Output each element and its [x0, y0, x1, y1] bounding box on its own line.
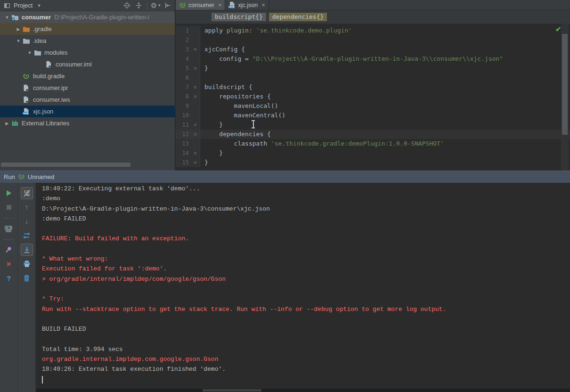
editor-area: consumer×JSONxjc.json× buildscript{}depe…: [176, 0, 570, 171]
tree-item-label: consumer.iml: [56, 61, 92, 68]
fold-marker-icon[interactable]: ⊖: [191, 130, 200, 139]
gradle-icon: [23, 73, 30, 80]
line-number: 3: [176, 45, 191, 54]
scroll-from-source-icon: [123, 2, 130, 9]
editor-scrollbar-thumb[interactable]: [562, 34, 568, 135]
settings-button[interactable]: ⚙▼: [152, 1, 160, 10]
tree-item-consumer.ipr[interactable]: consumer.ipr: [0, 82, 175, 94]
help-button[interactable]: ?: [2, 271, 16, 285]
print-console-button[interactable]: [20, 257, 33, 270]
fold-gutter: [191, 111, 200, 120]
tab-consumer[interactable]: consumer×: [176, 0, 225, 10]
expand-arrow-icon[interactable]: ▶: [14, 27, 23, 32]
collapse-arrow-icon[interactable]: ▼: [3, 15, 11, 20]
project-toolwindow-title[interactable]: Project ▼: [3, 1, 41, 10]
collapse-all-icon: [135, 2, 142, 9]
tab-label: xjc.json: [238, 2, 258, 8]
close-button[interactable]: ×: [2, 257, 16, 270]
stop-button[interactable]: [2, 201, 16, 214]
line-number: 5: [176, 64, 191, 73]
code-text: mavenCentral(): [200, 111, 570, 120]
close-icon[interactable]: ×: [261, 3, 265, 8]
fold-marker-icon[interactable]: ⊖: [191, 92, 200, 101]
code-line-9: 9 mavenLocal(): [176, 101, 570, 111]
fold-marker-icon[interactable]: ⊖: [191, 158, 200, 167]
project-tree: ▼consumerD:\Project\A-Gradle-plugin-writ…: [0, 11, 175, 129]
console-line: * What went wrong:: [42, 255, 570, 265]
console-line: :demo FAILED: [42, 215, 570, 225]
collapse-arrow-icon[interactable]: ▼: [14, 39, 23, 43]
run-console-output[interactable]: 18:49:22: Executing external task 'demo'…: [36, 183, 570, 392]
pin-tab-button[interactable]: [2, 243, 16, 256]
code-line-2: 2: [176, 35, 570, 45]
tab-xjc.json[interactable]: JSONxjc.json×: [225, 0, 269, 10]
console-line: [42, 335, 570, 345]
collapse-all-button[interactable]: [134, 1, 143, 10]
tree-item-.gradle[interactable]: ▶.gradle: [0, 23, 175, 35]
tree-item-modules[interactable]: ▼modules: [0, 47, 175, 58]
expand-arrow-icon[interactable]: ▶: [3, 121, 11, 126]
down-stacktrace-button[interactable]: ↓: [20, 215, 33, 228]
tree-item-path: D:\Project\A-Gradle-plugin-written-i: [54, 14, 149, 21]
line-number: 7: [176, 82, 191, 92]
code-text: xjcConfig {: [200, 45, 570, 54]
console-line: 18:49:26: External task execution finish…: [42, 366, 570, 376]
toggle-text-mode-button[interactable]: ab: [20, 187, 33, 200]
folder-module-icon: [11, 14, 19, 21]
close-icon[interactable]: ×: [218, 3, 222, 8]
console-horizontal-scrollbar[interactable]: [36, 389, 570, 392]
code-editor[interactable]: 1apply plugin: 'se.thinkcode.demo.plugin…: [176, 24, 570, 171]
hide-panel-button[interactable]: [163, 1, 172, 10]
tree-item-consumer.iws[interactable]: consumer.iws: [0, 94, 175, 106]
show-running-list-button[interactable]: [2, 222, 16, 235]
tree-item-external-libraries[interactable]: ▶External Libraries: [0, 117, 175, 129]
run-panel-title: Run: [4, 173, 15, 180]
code-text: repositories {: [200, 92, 570, 101]
up-stacktrace-icon: ↑: [25, 204, 29, 211]
code-line-4: 4 config = "D:\\Project\\A-Gradle-plugin…: [176, 54, 570, 64]
code-line-1: 1apply plugin: 'se.thinkcode.demo.plugin…: [176, 26, 570, 35]
tree-item-.idea[interactable]: ▼.idea: [0, 35, 175, 47]
gradle-icon: [179, 1, 186, 8]
fold-marker-icon[interactable]: ⊖: [191, 82, 200, 92]
code-text: config = "D:\\Project\\A-Gradle-plugin-w…: [200, 54, 570, 64]
run-panel-header: Run Unnamed: [0, 171, 570, 183]
console-line: :demo: [42, 195, 570, 205]
inspection-status-icon[interactable]: ✔: [555, 25, 562, 33]
tree-item-label: consumer.ipr: [33, 84, 68, 91]
up-stacktrace-button[interactable]: ↑: [20, 201, 33, 214]
code-text: [200, 73, 570, 82]
libraries-icon: [11, 120, 18, 127]
tree-item-label: consumer: [22, 14, 51, 21]
fold-marker-icon[interactable]: ⊖: [191, 148, 200, 158]
tree-item-xjc.json[interactable]: JSONxjc.json: [0, 106, 175, 117]
line-number: 13: [176, 139, 191, 148]
fold-marker-icon[interactable]: ⊖: [191, 45, 200, 54]
code-line-14: 14⊖ }: [176, 148, 570, 158]
file-json-icon: JSON: [23, 108, 30, 115]
scroll-to-end-button[interactable]: [20, 243, 33, 256]
clear-all-button[interactable]: [20, 271, 33, 285]
tree-item-consumer[interactable]: ▼consumerD:\Project\A-Gradle-plugin-writ…: [0, 11, 175, 23]
rerun-button[interactable]: [2, 187, 16, 200]
collapse-arrow-icon[interactable]: ▼: [25, 50, 34, 55]
line-number: 15: [176, 158, 191, 167]
scroll-from-source-button[interactable]: [122, 1, 131, 10]
toggle-tasks-mode-button[interactable]: [20, 229, 33, 242]
structure-chip-bar: buildscript{}dependencies{}: [176, 10, 570, 24]
hide-panel-icon: [164, 2, 171, 9]
code-line-3: 3⊖xjcConfig {: [176, 45, 570, 54]
scope-chip-buildscript[interactable]: buildscript{}: [212, 13, 266, 21]
fold-marker-icon[interactable]: ⊖: [191, 120, 200, 130]
tree-item-label: build.gradle: [33, 73, 65, 80]
fold-marker-icon[interactable]: ⊖: [191, 64, 200, 73]
console-line: BUILD FAILED: [42, 326, 570, 335]
console-hscroll-thumb[interactable]: [203, 389, 261, 392]
horizontal-scrollbar-thumb[interactable]: [1, 163, 130, 167]
line-number: 8: [176, 92, 191, 101]
tree-item-build.gradle[interactable]: build.gradle: [0, 70, 175, 82]
project-panel-title: Project: [14, 2, 33, 9]
scope-chip-dependencies[interactable]: dependencies{}: [269, 13, 327, 21]
tree-item-consumer.iml[interactable]: consumer.iml: [0, 58, 175, 70]
fold-gutter: [191, 35, 200, 45]
